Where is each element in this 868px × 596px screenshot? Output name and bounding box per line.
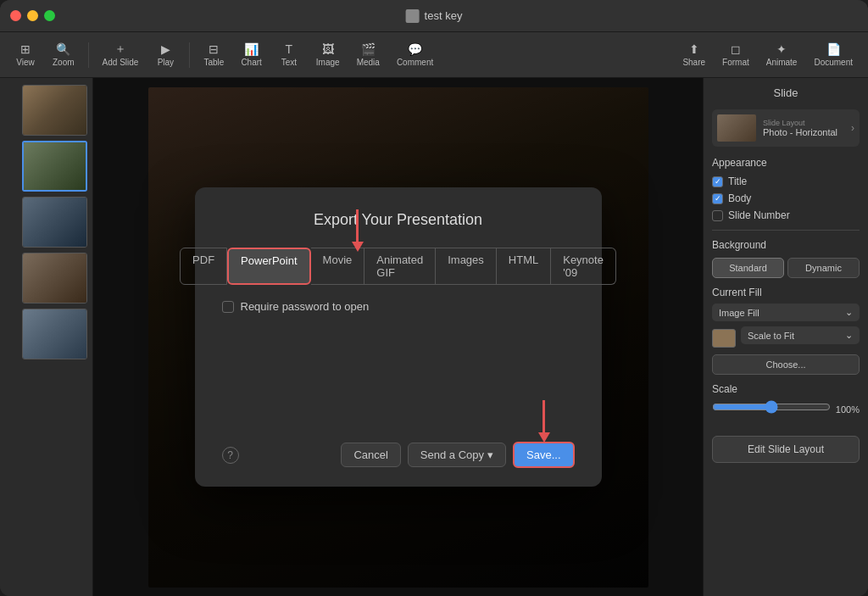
password-label: Require password to open: [241, 300, 370, 313]
toolbar-share-label: Share: [682, 58, 705, 67]
send-copy-label: Send a Copy: [420, 448, 484, 461]
tab-movie[interactable]: Movie: [311, 248, 365, 285]
scale-percent: 100%: [836, 404, 860, 415]
toolbar-text[interactable]: T Text: [272, 39, 306, 70]
slide-row-2: 2: [5, 141, 87, 192]
slide-number-checkbox[interactable]: [712, 210, 723, 221]
color-row: Scale to Fit ⌄: [712, 326, 860, 349]
cancel-button[interactable]: Cancel: [341, 443, 400, 467]
close-button[interactable]: [10, 10, 21, 21]
password-checkbox[interactable]: [222, 301, 234, 313]
document-icon-toolbar: 📄: [825, 42, 842, 56]
minimize-button[interactable]: [27, 10, 38, 21]
tab-keynote09[interactable]: Keynote '09: [551, 248, 616, 285]
toolbar-animate-label: Animate: [766, 58, 798, 67]
toolbar-play-label: Play: [158, 58, 174, 67]
tab-html[interactable]: HTML: [497, 248, 551, 285]
format-icon: ◻: [727, 42, 744, 56]
save-button[interactable]: Save...: [513, 442, 574, 468]
layout-chevron-icon: ›: [851, 122, 854, 134]
tab-pdf[interactable]: PDF: [180, 248, 227, 285]
tab-images[interactable]: Images: [436, 248, 497, 285]
slide-thumb-img-1: [23, 86, 86, 135]
canvas-area: Export Your Presentation PDF PowerPoint …: [93, 78, 703, 596]
standard-bg-button[interactable]: Standard: [712, 258, 784, 278]
toolbar-zoom[interactable]: 🔍 Zoom: [46, 39, 81, 70]
titlebar: test key: [0, 0, 868, 32]
scale-label: Scale: [712, 383, 860, 395]
divider-1: [712, 230, 860, 231]
modal-overlay: Export Your Presentation PDF PowerPoint …: [93, 78, 703, 596]
slide-thumb-4[interactable]: [22, 253, 87, 304]
zoom-icon: 🔍: [55, 42, 72, 56]
title-checkbox-row: Title: [712, 175, 860, 187]
slide-thumb-3[interactable]: [22, 197, 87, 248]
right-panel: Slide Slide Layout Photo - Horizontal › …: [703, 78, 868, 596]
toolbar-add-slide[interactable]: ＋ Add Slide: [96, 39, 146, 70]
scale-option: Scale to Fit: [748, 331, 794, 341]
toolbar-media-label: Media: [357, 58, 380, 67]
text-icon: T: [281, 42, 298, 56]
tab-powerpoint[interactable]: PowerPoint: [227, 248, 310, 285]
maximize-button[interactable]: [44, 10, 55, 21]
background-buttons: Standard Dynamic: [712, 258, 860, 278]
modal-title: Export Your Presentation: [222, 211, 575, 229]
dynamic-bg-button[interactable]: Dynamic: [787, 258, 860, 278]
scale-to-fit-dropdown[interactable]: Scale to Fit ⌄: [741, 326, 860, 344]
appearance-title: Appearance: [712, 157, 860, 169]
app-window: test key ⊞ View 🔍 Zoom ＋ Add Slide ▶ Pla…: [0, 0, 868, 596]
fill-chevron-icon: ⌄: [845, 307, 853, 318]
toolbar-comment[interactable]: 💬 Comment: [390, 39, 440, 70]
fill-value: Image Fill: [719, 308, 760, 318]
toolbar: ⊞ View 🔍 Zoom ＋ Add Slide ▶ Play ⊟ Table…: [0, 32, 868, 78]
send-copy-chevron: ▾: [487, 448, 493, 461]
toolbar-table[interactable]: ⊟ Table: [197, 39, 231, 70]
toolbar-table-label: Table: [203, 58, 224, 67]
scale-section: Scale 100%: [712, 383, 860, 419]
main-area: 1 2 3 4: [0, 78, 868, 596]
toolbar-chart[interactable]: 📊 Chart: [234, 39, 268, 70]
edit-layout-button[interactable]: Edit Slide Layout: [712, 436, 860, 463]
background-label: Background: [712, 239, 860, 251]
toolbar-play[interactable]: ▶ Play: [148, 39, 182, 70]
color-swatch[interactable]: [712, 329, 736, 348]
slide-row-1: 1: [5, 85, 87, 136]
toolbar-animate[interactable]: ✦ Animate: [760, 39, 804, 70]
slide-number-label: Slide Number: [728, 209, 790, 221]
layout-thumbnail: [717, 114, 756, 142]
slide-panel: 1 2 3 4: [0, 78, 93, 596]
toolbar-view[interactable]: ⊞ View: [8, 39, 42, 70]
scale-slider[interactable]: [712, 400, 831, 414]
toolbar-chart-label: Chart: [241, 58, 261, 67]
toolbar-image[interactable]: 🖼 Image: [309, 39, 347, 70]
body-checkbox[interactable]: [712, 193, 723, 204]
toolbar-divider-1: [88, 42, 89, 68]
slide-thumb-img-5: [23, 309, 86, 359]
layout-name: Photo - Horizontal: [763, 127, 844, 137]
title-checkbox[interactable]: [712, 176, 723, 187]
slide-layout-selector[interactable]: Slide Layout Photo - Horizontal ›: [712, 109, 860, 147]
tab-animated-gif[interactable]: Animated GIF: [364, 248, 436, 285]
toolbar-share[interactable]: ⬆ Share: [676, 39, 712, 70]
layout-info: Slide Layout Photo - Horizontal: [763, 119, 844, 137]
toolbar-document[interactable]: 📄 Document: [807, 39, 860, 70]
slide-thumb-2[interactable]: [22, 141, 87, 192]
send-copy-button[interactable]: Send a Copy ▾: [408, 443, 506, 467]
export-modal: Export Your Presentation PDF PowerPoint …: [195, 187, 602, 487]
choose-button[interactable]: Choose...: [712, 354, 860, 375]
slide-thumb-1[interactable]: [22, 85, 87, 136]
toolbar-zoom-label: Zoom: [53, 58, 75, 67]
help-button[interactable]: ?: [222, 447, 239, 464]
fill-label: Current Fill: [712, 287, 860, 298]
slide-number-checkbox-row: Slide Number: [712, 209, 860, 221]
fill-dropdown[interactable]: Image Fill ⌄: [712, 304, 860, 321]
toolbar-image-label: Image: [316, 58, 340, 67]
slide-thumb-img-2: [24, 142, 86, 190]
toolbar-format-label: Format: [722, 58, 749, 67]
slide-thumb-5[interactable]: [22, 309, 87, 359]
title-label: Title: [728, 175, 747, 187]
view-icon: ⊞: [17, 42, 34, 56]
toolbar-media[interactable]: 🎬 Media: [350, 39, 387, 70]
toolbar-format[interactable]: ◻ Format: [715, 39, 756, 70]
traffic-lights: [10, 10, 55, 21]
